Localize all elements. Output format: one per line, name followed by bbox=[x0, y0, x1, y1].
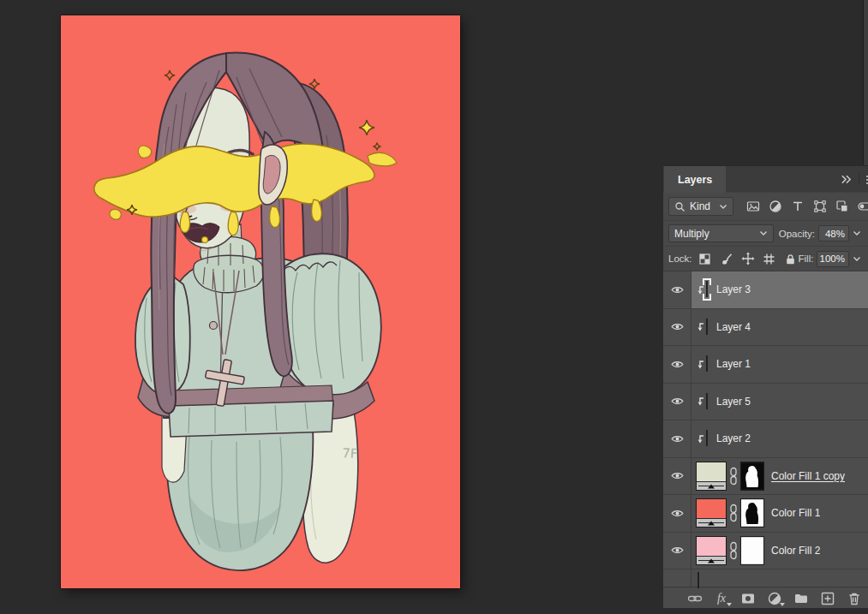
clip-arrow-icon bbox=[694, 285, 706, 295]
visibility-toggle[interactable] bbox=[663, 309, 691, 346]
brush-icon bbox=[720, 253, 733, 265]
eye-icon bbox=[670, 509, 685, 518]
new-group-button[interactable] bbox=[793, 591, 809, 606]
blend-mode-select[interactable]: Multiply bbox=[668, 224, 774, 242]
layer-thumbnail[interactable] bbox=[706, 355, 708, 372]
layer-row-color-fill-2[interactable]: Color Fill 2 bbox=[663, 533, 868, 570]
smart-object-icon bbox=[835, 200, 849, 213]
lock-position-button[interactable] bbox=[740, 251, 756, 266]
layer-row-color-fill-1-copy[interactable]: Color Fill 1 copy bbox=[663, 458, 868, 496]
visibility-toggle[interactable] bbox=[663, 271, 691, 308]
blend-mode-value: Multiply bbox=[674, 228, 709, 240]
link-layers-button[interactable] bbox=[687, 591, 703, 606]
eye-icon bbox=[670, 471, 685, 480]
filter-kind-select[interactable]: Kind bbox=[668, 197, 733, 216]
fill-swatch-thumbnail[interactable] bbox=[696, 536, 727, 565]
layer-name: Layer 2 bbox=[716, 432, 751, 444]
layer-thumbnail[interactable] bbox=[697, 572, 699, 588]
folder-icon bbox=[793, 591, 809, 606]
visibility-toggle[interactable] bbox=[663, 420, 691, 457]
layer-name: Color Fill 2 bbox=[771, 545, 820, 557]
mask-thumbnail[interactable] bbox=[740, 536, 764, 565]
type-icon bbox=[791, 200, 805, 213]
canvas-document[interactable]: 7F bbox=[61, 15, 460, 588]
layer-row-layer-3[interactable]: Layer 3 bbox=[663, 271, 868, 309]
layer-row-layer-2[interactable]: Layer 2 bbox=[663, 420, 868, 458]
layer-row-layer-5[interactable]: Layer 5 bbox=[663, 384, 868, 421]
fx-icon: fx bbox=[717, 592, 726, 605]
clip-arrow-icon bbox=[694, 322, 706, 331]
new-layer-button[interactable] bbox=[820, 591, 835, 606]
add-layer-mask-button[interactable] bbox=[740, 591, 756, 606]
eye-icon bbox=[670, 434, 685, 444]
visibility-toggle[interactable] bbox=[663, 458, 691, 495]
plus-square-icon bbox=[820, 591, 835, 606]
collapse-panel-button[interactable] bbox=[838, 172, 853, 188]
layer-row-layer-1[interactable]: Layer 1 bbox=[663, 346, 868, 384]
opacity-value[interactable]: 48% bbox=[818, 225, 849, 241]
eye-icon bbox=[670, 396, 685, 406]
layer-thumbnail[interactable] bbox=[706, 393, 708, 409]
blend-row: Multiply Opacity: 48% bbox=[663, 221, 868, 247]
eye-icon bbox=[670, 322, 685, 331]
tab-layers-label: Layers bbox=[678, 174, 712, 186]
visibility-toggle[interactable] bbox=[663, 346, 691, 383]
chain-icon bbox=[687, 591, 703, 606]
new-adjustment-layer-button[interactable] bbox=[767, 591, 782, 606]
mask-thumbnail[interactable] bbox=[740, 462, 764, 491]
lock-transparency-button[interactable] bbox=[697, 251, 713, 266]
panel-bottom-toolbar: fx bbox=[663, 587, 868, 608]
filter-smart-objects-button[interactable] bbox=[835, 199, 850, 214]
layers-panel: Layers bbox=[662, 165, 868, 608]
fill-dropdown-button[interactable] bbox=[851, 251, 863, 267]
filter-toggle-button[interactable] bbox=[857, 199, 868, 214]
double-chevron-right-icon bbox=[841, 174, 852, 185]
panel-menu-button[interactable] bbox=[865, 172, 868, 188]
artboard-icon bbox=[763, 253, 775, 265]
layer-name: Layer 4 bbox=[716, 321, 751, 333]
visibility-toggle[interactable] bbox=[663, 495, 691, 532]
mask-link-icon[interactable] bbox=[727, 541, 739, 560]
tab-layers[interactable]: Layers bbox=[664, 166, 726, 193]
fill-swatch-thumbnail[interactable] bbox=[696, 498, 727, 528]
chevron-down-icon bbox=[719, 204, 727, 210]
layer-thumbnail[interactable] bbox=[706, 319, 708, 335]
eye-icon bbox=[670, 285, 685, 295]
mask-link-icon[interactable] bbox=[727, 467, 739, 486]
filter-pixel-layers-button[interactable] bbox=[745, 199, 761, 214]
layer-row-partial[interactable] bbox=[663, 569, 868, 587]
mask-link-icon[interactable] bbox=[727, 504, 739, 522]
opacity-dropdown-button[interactable] bbox=[851, 225, 863, 241]
delete-layer-button[interactable] bbox=[847, 591, 862, 606]
eye-icon bbox=[670, 360, 685, 369]
layer-row-color-fill-1[interactable]: Color Fill 1 bbox=[663, 495, 868, 533]
lock-artboard-button[interactable] bbox=[762, 251, 777, 266]
clip-arrow-icon bbox=[694, 396, 706, 406]
trash-icon bbox=[847, 591, 862, 606]
fill-swatch-thumbnail[interactable] bbox=[696, 462, 727, 491]
checkerboard-icon bbox=[698, 253, 711, 265]
filter-type-layers-button[interactable] bbox=[790, 199, 805, 214]
chevron-down-icon bbox=[853, 230, 861, 236]
move-icon bbox=[741, 252, 755, 265]
eye-icon bbox=[670, 545, 685, 555]
lock-all-button[interactable] bbox=[783, 251, 799, 266]
visibility-toggle[interactable] bbox=[663, 384, 691, 420]
layer-name: Color Fill 1 copy bbox=[771, 470, 845, 482]
fill-label: Fill: bbox=[799, 253, 814, 264]
fill-value[interactable]: 100% bbox=[817, 251, 849, 267]
layer-list: Layer 3 bbox=[663, 271, 868, 587]
lock-row: Lock: bbox=[663, 247, 868, 271]
photoshop-workspace: 7F Layers bbox=[0, 0, 868, 614]
panel-dock-edge bbox=[863, 0, 868, 165]
panel-tab-bar: Layers bbox=[663, 166, 868, 193]
lock-pixels-button[interactable] bbox=[719, 251, 734, 266]
search-icon bbox=[674, 201, 685, 212]
layer-thumbnail[interactable] bbox=[706, 430, 708, 446]
filter-adjustment-layers-button[interactable] bbox=[768, 199, 783, 214]
filter-shape-layers-button[interactable] bbox=[812, 199, 828, 214]
layer-row-layer-4[interactable]: Layer 4 bbox=[663, 309, 868, 347]
visibility-toggle[interactable] bbox=[663, 533, 691, 569]
mask-thumbnail[interactable] bbox=[740, 498, 764, 528]
layer-style-button[interactable]: fx bbox=[714, 591, 729, 606]
